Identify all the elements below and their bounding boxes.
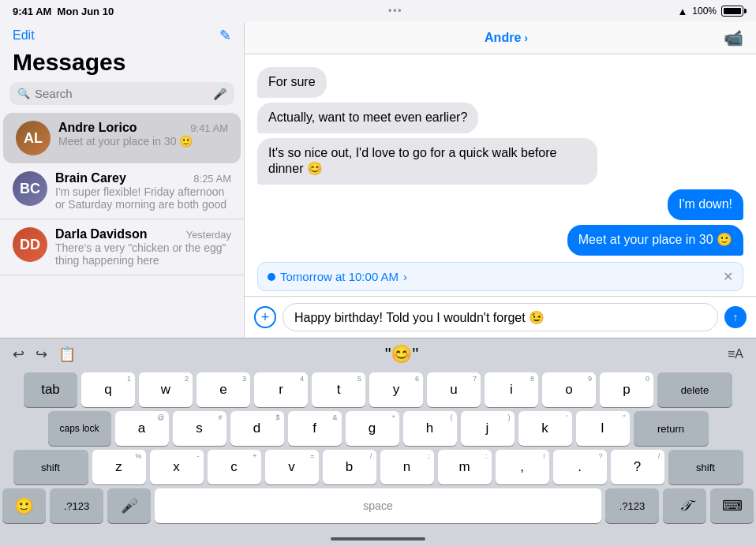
wifi-icon: ▲ [677,6,687,17]
key-scribble[interactable]: 𝒯 [663,488,706,523]
conversation-list: AL Andre Lorico 9:41 AM Meet at your pla… [0,113,244,338]
key-q[interactable]: 1q [81,372,135,407]
conv-time-brain: 8:25 AM [193,173,231,185]
key-j[interactable]: )j [461,411,515,446]
main-area: Edit ✎ Messages 🔍 🎤 AL Andre Lorico 9:41… [0,22,756,338]
chat-contact[interactable]: Andre › [485,31,528,45]
sidebar-title: Messages [0,47,244,82]
key-period[interactable]: ?. [553,450,607,484]
status-right: ▲ 100% [677,6,743,17]
key-m[interactable]: :m [438,450,492,484]
key-t[interactable]: 5t [312,372,365,407]
key-space[interactable]: space [155,488,601,523]
key-z[interactable]: %z [92,450,146,484]
conversation-item-brain[interactable]: BC Brain Carey 8:25 AM I'm super flexibl… [0,163,244,219]
video-call-icon[interactable]: 📹 [724,28,743,47]
key-g[interactable]: *g [346,411,399,446]
schedule-bar: Tomorrow at 10:00 AM › ✕ [257,262,743,291]
chevron-right-icon: › [524,32,528,44]
toolbar-left: ↩ ↪ 📋 [13,346,76,363]
edit-button[interactable]: Edit [13,28,35,43]
battery-icon [721,6,743,17]
key-question[interactable]: /? [611,450,664,484]
redo-button[interactable]: ↪ [36,346,47,363]
mic-icon[interactable]: 🎤 [213,88,226,100]
avatar-brain: BC [13,171,47,206]
key-o[interactable]: 9o [542,372,596,407]
send-arrow-icon: ↑ [733,311,739,323]
message-im-down: I'm down! [668,189,743,220]
chat-area: Andre › 📹 For sure Actually, want to mee… [245,22,756,338]
key-p[interactable]: 0p [600,372,653,407]
key-capslock[interactable]: caps lock [48,411,111,446]
input-bar: + ↑ [245,296,756,338]
key-e[interactable]: 3e [196,372,250,407]
search-input[interactable] [35,87,208,100]
key-comma[interactable]: !, [496,450,549,484]
conversation-item-darla[interactable]: DD Darla Davidson Yesterday There's a ve… [0,219,244,275]
emoji-format-button[interactable]: "😊" [385,344,419,365]
conv-time-darla: Yesterday [186,229,231,241]
chat-messages: For sure Actually, want to meet even ear… [245,54,756,257]
key-d[interactable]: $d [230,411,284,446]
key-k[interactable]: 'k [518,411,572,446]
key-delete[interactable]: delete [657,372,732,407]
keyboard-row-2: caps lock @a #s $d &f *g (h )j 'k "l ret… [2,411,754,446]
status-center: ••• [388,6,403,17]
key-c[interactable]: +c [208,450,261,484]
keyboard-row-1: tab 1q 2w 3e 4r 5t 6y 7u 8i 9o 0p delete [2,372,754,407]
key-l[interactable]: "l [576,411,630,446]
text-format-button[interactable]: ≡A [728,347,743,361]
key-shift-right[interactable]: shift [668,450,743,484]
chat-header: Andre › 📹 [245,22,756,54]
schedule-close-icon[interactable]: ✕ [723,269,733,284]
key-x[interactable]: -x [150,450,204,484]
key-i[interactable]: 8i [485,372,538,407]
key-f[interactable]: &f [288,411,342,446]
sidebar-header: Edit ✎ [0,22,244,47]
key-u[interactable]: 7u [427,372,481,407]
schedule-text[interactable]: Tomorrow at 10:00 AM › [268,270,407,283]
key-s[interactable]: #s [173,411,226,446]
key-a[interactable]: @a [115,411,169,446]
key-h[interactable]: (h [403,411,457,446]
undo-button[interactable]: ↩ [13,346,24,363]
message-nice-out: It's so nice out, I'd love to go for a q… [257,138,597,185]
search-bar[interactable]: 🔍 🎤 [9,82,234,105]
chat-contact-name: Andre [485,31,521,45]
compose-icon[interactable]: ✎ [219,27,231,44]
conversation-item-andre[interactable]: AL Andre Lorico 9:41 AM Meet at your pla… [3,113,241,163]
search-icon: 🔍 [17,88,30,99]
key-tab[interactable]: tab [24,372,77,407]
key-r[interactable]: 4r [254,372,308,407]
key-w[interactable]: 2w [139,372,193,407]
schedule-dot [268,273,275,281]
key-shift-left[interactable]: shift [13,450,88,484]
message-meet-place: Meet at your place in 30 🙂 [567,225,743,256]
add-button[interactable]: + [254,306,276,328]
sidebar: Edit ✎ Messages 🔍 🎤 AL Andre Lorico 9:41… [0,22,245,338]
message-input[interactable] [283,303,718,331]
conv-preview-andre: Meet at your place in 30 🙂 [58,135,228,148]
send-button[interactable]: ↑ [724,306,747,328]
key-b[interactable]: /b [323,450,376,484]
conv-info-andre: Andre Lorico 9:41 AM Meet at your place … [58,121,228,148]
key-n[interactable]: ;n [380,450,434,484]
key-mic[interactable]: 🎤 [107,488,151,523]
paste-button[interactable]: 📋 [58,346,76,363]
key-return[interactable]: return [634,411,709,446]
conv-info-darla: Darla Davidson Yesterday There's a very … [55,227,231,267]
key-emoji[interactable]: 🙂 [2,488,46,523]
conv-preview-darla: There's a very "chicken or the egg" thin… [55,241,231,267]
key-123-right[interactable]: .?123 [605,488,659,523]
key-v[interactable]: =v [265,450,319,484]
conv-name-andre: Andre Lorico [58,121,137,135]
keyboard: tab 1q 2w 3e 4r 5t 6y 7u 8i 9o 0p delete… [0,369,756,532]
chevron-right-schedule: › [403,270,407,283]
key-123-left[interactable]: .?123 [50,488,103,523]
keyboard-toolbar: ↩ ↪ 📋 "😊" ≡A [0,338,756,369]
key-hide-keyboard[interactable]: ⌨ [710,488,754,523]
status-time: 9:41 AM Mon Jun 10 [13,6,114,17]
key-y[interactable]: 6y [369,372,423,407]
bottom-bar [0,532,756,546]
